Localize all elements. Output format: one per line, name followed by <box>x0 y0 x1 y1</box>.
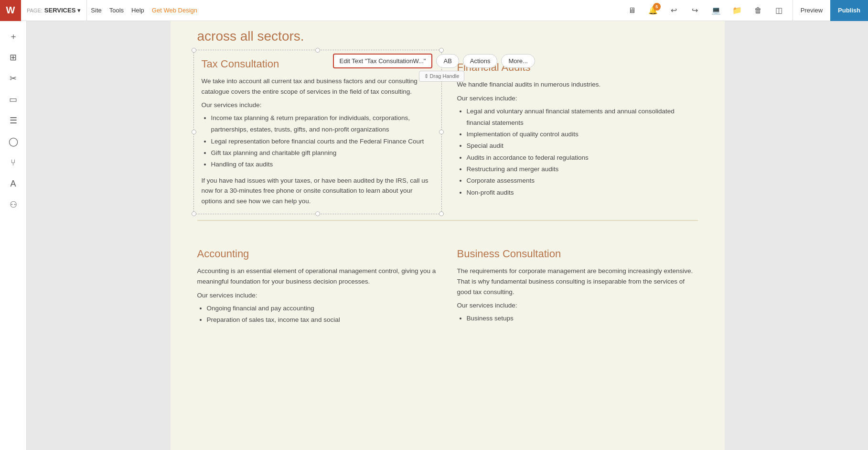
preview-button[interactable]: Preview <box>793 0 830 21</box>
business-consultation-desc: The requirements for corporate managemen… <box>457 266 698 297</box>
tax-consultation-includes: Our services include: <box>202 101 434 109</box>
actions-button[interactable]: Actions <box>463 54 498 68</box>
nav-tools[interactable]: Tools <box>109 7 124 14</box>
list-item: Business setups <box>467 313 698 324</box>
handle-mr[interactable] <box>439 130 444 134</box>
edit-text-button[interactable]: Edit Text "Tax ConsultationW..." <box>333 54 433 68</box>
desktop-icon[interactable]: 💻 <box>708 3 724 18</box>
files-icon[interactable]: 📁 <box>729 3 745 18</box>
notification-badge: 5 <box>653 3 661 11</box>
sidebar-list-icon[interactable]: ☰ <box>4 111 23 130</box>
financial-audits-includes: Our services include: <box>457 95 698 102</box>
list-item: Corporate assessments <box>467 175 698 187</box>
financial-audits-list: Legal and voluntary annual financial sta… <box>457 106 698 198</box>
publish-button[interactable]: Publish <box>830 0 868 21</box>
services-grid-bottom: Accounting Accounting is an essential el… <box>171 221 725 343</box>
notifications-icon[interactable]: 🔔 5 <box>645 3 661 18</box>
list-item: Gift tax planning and charitable gift pl… <box>211 147 434 159</box>
page-selector[interactable]: PAGE: SERVICES ▾ <box>21 0 87 21</box>
ab-icon-button[interactable]: AB <box>436 54 459 68</box>
redo-icon[interactable]: ↪ <box>687 3 703 18</box>
chevron-down-icon: ▾ <box>77 7 81 14</box>
sidebar-text-icon[interactable]: A <box>4 174 23 193</box>
list-item: Non-profit audits <box>467 187 698 198</box>
list-item: Restructuring and merger audits <box>467 164 698 175</box>
tax-consultation-note: If you have had issues with your taxes, … <box>202 176 434 207</box>
sidebar-people-icon[interactable]: ⚇ <box>4 195 23 214</box>
sidebar-tools-icon[interactable]: ✂ <box>4 69 23 88</box>
list-item: Preparation of sales tax, income tax and… <box>207 314 438 326</box>
sidebar-fork-icon[interactable]: ⑂ <box>4 153 23 172</box>
canvas-area: Edit Text "Tax ConsultationW..." AB Acti… <box>27 21 868 450</box>
trash-icon[interactable]: 🗑 <box>750 3 766 18</box>
business-consultation-includes: Our services include: <box>457 302 698 309</box>
topbar-nav: Site Tools Help <box>87 7 148 14</box>
tax-consultation-desc: We take into account all current tax and… <box>202 76 434 97</box>
accounting-list: Ongoing financial and pay accounting Pre… <box>197 303 438 326</box>
handle-bm[interactable] <box>315 211 320 216</box>
main-layout: ＋ ⊞ ✂ ▭ ☰ ◯ ⑂ A ⚇ Edit Text "Tax Consult… <box>0 21 868 450</box>
page-name: SERVICES <box>44 7 76 14</box>
tax-consultation-list: Income tax planning & return preparation… <box>202 112 434 170</box>
logo: W <box>0 0 21 21</box>
topbar: W PAGE: SERVICES ▾ Site Tools Help Get W… <box>0 0 868 21</box>
handle-tl[interactable] <box>192 48 196 53</box>
topbar-action-icons: 🖥 🔔 5 ↩ ↪ 💻 📁 🗑 ◫ <box>619 3 793 18</box>
business-consultation-section[interactable]: Business Consultation The requirements f… <box>457 240 698 333</box>
tax-consultation-section[interactable]: Tax Consultation We take into account al… <box>197 54 438 210</box>
undo-icon[interactable]: ↩ <box>666 3 682 18</box>
list-item: Audits in accordance to federal regulati… <box>467 152 698 164</box>
list-item: Legal and voluntary annual financial sta… <box>467 106 698 129</box>
promo-link[interactable]: Get Web Design <box>152 7 197 14</box>
tax-consultation-box: Tax Consultation We take into account al… <box>193 50 442 214</box>
handle-tm[interactable] <box>315 48 320 53</box>
business-consultation-list: Business setups <box>457 313 698 324</box>
drag-handle[interactable]: ⇕ Drag Handle <box>419 71 465 82</box>
business-consultation-title: Business Consultation <box>457 248 698 260</box>
handle-ml[interactable] <box>192 130 196 134</box>
list-item: Implementation of quality control audits <box>467 129 698 140</box>
accounting-desc: Accounting is an essential element of op… <box>197 266 438 286</box>
handle-tr[interactable] <box>439 48 444 53</box>
accounting-title: Accounting <box>197 248 438 260</box>
top-text: across all sectors. <box>171 21 725 44</box>
more-button[interactable]: More... <box>501 54 535 68</box>
monitor-icon[interactable]: 🖥 <box>624 3 640 18</box>
list-item: Income tax planning & return preparation… <box>211 112 434 136</box>
canvas-inner: Edit Text "Tax ConsultationW..." AB Acti… <box>171 21 725 450</box>
list-item: Legal representation before financial co… <box>211 136 434 147</box>
handle-br[interactable] <box>439 211 444 216</box>
financial-audits-desc: We handle financial audits in numerous i… <box>457 79 698 90</box>
list-item: Special audit <box>467 140 698 152</box>
accounting-includes: Our services include: <box>197 292 438 299</box>
sidebar-chat-icon[interactable]: ◯ <box>4 132 23 151</box>
sidebar-add-icon[interactable]: ＋ <box>4 27 23 46</box>
sidebar-layout-icon[interactable]: ⊞ <box>4 48 23 67</box>
accounting-section[interactable]: Accounting Accounting is an essential el… <box>197 240 438 333</box>
sidebar-media-icon[interactable]: ▭ <box>4 90 23 109</box>
toolbar-popup: Edit Text "Tax ConsultationW..." AB Acti… <box>333 54 535 68</box>
handle-bl[interactable] <box>192 211 196 216</box>
left-sidebar: ＋ ⊞ ✂ ▭ ☰ ◯ ⑂ A ⚇ <box>0 21 27 450</box>
layers-icon[interactable]: ◫ <box>772 3 787 18</box>
list-item: Handling of tax audits <box>211 159 434 170</box>
financial-audits-section[interactable]: Financial Audits We handle financial aud… <box>457 54 698 210</box>
page-label: PAGE: <box>27 8 43 13</box>
nav-help[interactable]: Help <box>131 7 144 14</box>
list-item: Ongoing financial and pay accounting <box>207 303 438 314</box>
nav-site[interactable]: Site <box>91 7 101 14</box>
